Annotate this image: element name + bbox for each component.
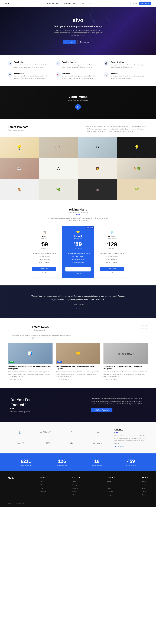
- nav-contact[interactable]: Contact: [80, 2, 86, 4]
- stat-awards: 18 Winning Awards: [92, 459, 102, 466]
- dot-3[interactable]: [79, 308, 80, 308]
- nav-links: Catalog About Portfolio Blog Contact Mor…: [47, 2, 94, 4]
- footer-link-blog[interactable]: Blog: [40, 484, 43, 486]
- footer-link-instagram[interactable]: Instagram: [107, 494, 113, 496]
- standard-order-button[interactable]: Order Now: [65, 267, 91, 272]
- view-all-clients-link[interactable]: View All Clients: [114, 446, 148, 447]
- news-section: Latest News Recent admin blog Duis molli…: [0, 318, 156, 388]
- basic-order-button[interactable]: Order Now: [32, 267, 56, 271]
- basic-more-link[interactable]: + See More: [32, 272, 56, 274]
- hero-description: Aivo – is a complete HTML5 and CSS3 webs…: [53, 29, 103, 37]
- projects-subtitle: Please see our team's work: [8, 129, 28, 131]
- service-title-3: Motion Graphics: [111, 61, 148, 63]
- nav-catalog[interactable]: Catalog: [47, 2, 54, 4]
- news-comments-2: 💬 32: [65, 379, 69, 380]
- illustration-icon: ✏: [8, 72, 13, 77]
- footer-link-team[interactable]: Team: [40, 488, 44, 489]
- stat-number-2: 126: [56, 459, 68, 464]
- project-item-12[interactable]: 🌱: [117, 180, 156, 200]
- footer-link-terms[interactable]: Terms: [72, 481, 76, 482]
- cta-right: Fusce sit amet augue Maecenas tempor. Se…: [91, 398, 146, 412]
- clients-section: ⚓ ◉ BRAND ⬡ LOGO ✦ MARK △ ICON ⛰ EXPLORE…: [0, 422, 156, 454]
- footer-link-facebook[interactable]: Facebook: [107, 491, 113, 492]
- service-desc-3: Lorem ipsum dolor sit amet, consectetur …: [111, 64, 148, 68]
- nav-right: 🔍 0 / $0 Buy Theme: [130, 2, 151, 5]
- client-logos: ⚓ ◉ BRAND ⬡ LOGO ✦ MARK △ ICON ⛰ EXPLORE: [8, 428, 109, 447]
- nav-about[interactable]: About: [56, 2, 61, 4]
- footer-link-contact[interactable]: Contact: [40, 494, 45, 496]
- footer-link-vision[interactable]: Vision: [142, 488, 146, 489]
- stat-label-3: Winning Awards: [92, 464, 102, 466]
- footer-link-email[interactable]: Email: [107, 484, 111, 486]
- nav-blog[interactable]: Blog: [73, 2, 77, 4]
- footer-link-phone[interactable]: Phone: [107, 481, 111, 482]
- play-button[interactable]: [75, 104, 81, 110]
- search-icon[interactable]: 🔍: [130, 2, 132, 4]
- service-web-dev: ⚙ Web Development Aenean ut condimentum …: [56, 61, 100, 68]
- footer-link-privacy[interactable]: Privacy: [72, 484, 77, 486]
- news-navigation: ‹ ›: [141, 325, 148, 328]
- footer-link-twitter[interactable]: Twitter: [107, 488, 111, 489]
- projects-section: Latest Projects Please see our team's wo…: [0, 119, 156, 134]
- news-meta-3: 12 June, 2016 💬 45: [104, 379, 148, 380]
- project-item-7[interactable]: 👧: [78, 158, 117, 179]
- projects-grid: 💡 🏷🏷 ✂ 💡 ☕ A 👧 🪑🌿 🪑 🌿 📼 🌱: [0, 137, 156, 200]
- nav-portfolio[interactable]: Portfolio: [64, 2, 71, 4]
- service-desc-2: Aenean ut condimentum purus, at euismod …: [62, 64, 100, 68]
- client-logo-6: △ ICON: [34, 440, 57, 446]
- footer-logo: aivo.: [8, 476, 14, 480]
- project-item-2[interactable]: 🏷🏷: [39, 137, 78, 158]
- footer-link-history[interactable]: History: [142, 481, 146, 482]
- service-illustration: ✏ Illustrations Aenean ut condimentum pu…: [8, 72, 52, 80]
- dot-2[interactable]: [77, 308, 79, 308]
- pricing-cards: 📋 Basic Basic Plan $ 59 Per Months Archi…: [8, 227, 148, 278]
- service-title-4: Illustrations: [14, 72, 52, 74]
- cta-button[interactable]: Let's Work Together!: [91, 408, 112, 412]
- projects-title: Latest Projects: [8, 125, 28, 129]
- motion-icon: 🎬: [104, 61, 109, 66]
- buy-theme-button[interactable]: Buy Theme: [139, 2, 151, 5]
- testimonial-dots: [26, 308, 130, 308]
- standard-more-link[interactable]: + See More: [65, 273, 91, 274]
- project-item-5[interactable]: ☕: [0, 158, 39, 179]
- news-title-1: 25 Free and Premium Admin HTML Website T…: [8, 365, 52, 370]
- project-item-11[interactable]: 📼: [78, 180, 117, 200]
- footer-link-sitemap[interactable]: Sitemap: [72, 494, 77, 496]
- news-prev-button[interactable]: ‹: [141, 325, 144, 328]
- dot-1[interactable]: [76, 308, 77, 308]
- footer-link-about[interactable]: About: [40, 481, 44, 482]
- footer-top: aivo. Home About Blog Team Portfolio Con…: [8, 476, 148, 497]
- project-item-6[interactable]: A: [39, 158, 78, 179]
- project-item-1[interactable]: 💡: [0, 137, 39, 158]
- news-thumb-2: 🤝 NEWS: [56, 343, 100, 364]
- footer-link-careers[interactable]: Careers: [142, 494, 147, 496]
- news-badge-1: FREE: [9, 361, 14, 363]
- footer-link-values[interactable]: Values: [142, 491, 146, 492]
- hero-discover-button[interactable]: Discover More: [77, 40, 93, 44]
- footer-link-cookies[interactable]: Cookies: [72, 488, 77, 489]
- footer-link-mission[interactable]: Mission: [142, 484, 147, 486]
- project-item-4[interactable]: 💡: [117, 137, 156, 158]
- footer-link-portfolio[interactable]: Portfolio: [40, 491, 46, 492]
- hero-buy-button[interactable]: Buy it Now: [63, 40, 76, 44]
- premium-order-button[interactable]: Order Now: [100, 267, 124, 271]
- nav-more[interactable]: More: [89, 2, 94, 4]
- project-item-10[interactable]: 🌿: [39, 180, 78, 200]
- project-item-8[interactable]: 🪑🌿: [117, 158, 156, 179]
- cta-sub: Interested in working with us?: [10, 411, 33, 412]
- news-thumb-3: PRODUCTIVITY: [104, 343, 148, 364]
- project-item-9[interactable]: 🪑: [0, 180, 39, 200]
- footer-col-contact: Contact Phone Email Twitter Facebook Ins…: [107, 476, 115, 497]
- footer: aivo. Home About Blog Team Portfolio Con…: [0, 471, 156, 507]
- standard-plan-type: Standard Plan: [65, 238, 91, 239]
- news-next-button[interactable]: ›: [145, 325, 148, 328]
- cta-section: Do You Feel Excited? Interested in worki…: [0, 388, 156, 422]
- premium-more-link[interactable]: + See More: [100, 272, 124, 274]
- hero-brand: aivo: [5, 17, 151, 23]
- basic-features: Architecture Basic to 5 Robot Server 3 O…: [32, 252, 56, 264]
- footer-link-refund[interactable]: Refund: [72, 491, 77, 492]
- project-item-3[interactable]: ✂: [78, 137, 117, 158]
- cart-count[interactable]: 0 / $0: [133, 2, 137, 4]
- stat-number-1: 6211: [20, 459, 32, 464]
- news-item-1: 📊 FREE 25 Free and Premium Admin HTML We…: [8, 343, 52, 380]
